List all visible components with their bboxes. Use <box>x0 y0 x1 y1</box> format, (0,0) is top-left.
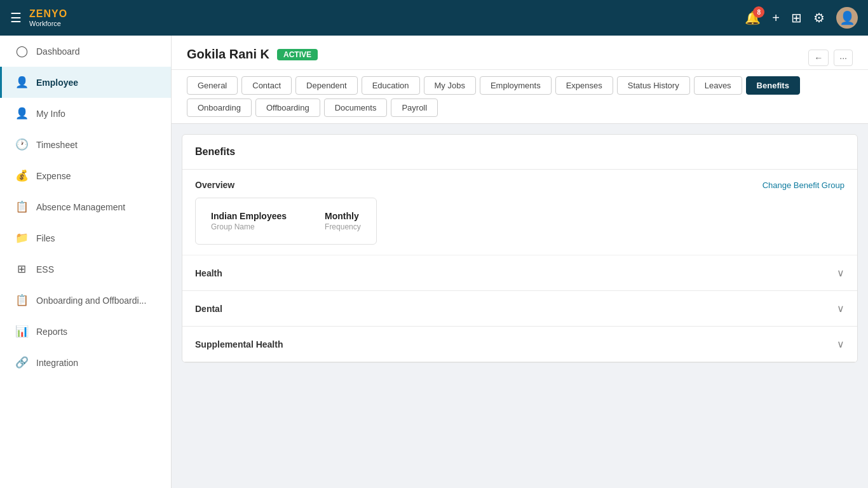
files-icon: 📁 <box>15 231 29 245</box>
notification-bell[interactable]: 🔔 8 <box>745 10 761 25</box>
tab-expenses[interactable]: Expenses <box>555 76 613 95</box>
reports-icon: 📊 <box>15 325 29 338</box>
sidebar-item-onboarding[interactable]: 📋 Onboarding and Offboardi... <box>0 285 171 316</box>
group-name-field: Indian Employees Group Name <box>211 211 287 231</box>
sidebar-item-expense[interactable]: 💰 Expense <box>0 160 171 191</box>
sidebar-label-dashboard: Dashboard <box>36 46 80 57</box>
expense-icon: 💰 <box>15 169 29 182</box>
tab-payroll[interactable]: Payroll <box>391 98 438 117</box>
topnav-right: 🔔 8 + ⊞ ⚙ 👤 <box>745 7 858 29</box>
supplemental-section-title: Supplemental Health <box>195 339 283 349</box>
overview-card: Indian Employees Group Name Monthly Freq… <box>195 198 377 245</box>
ess-icon: ⊞ <box>15 262 29 276</box>
logo-workforce-text: Workforce <box>29 20 67 27</box>
dashboard-icon: ◯ <box>15 44 29 58</box>
supplemental-section-header[interactable]: Supplemental Health ∨ <box>182 327 857 362</box>
health-chevron-icon: ∨ <box>837 267 844 279</box>
health-section-title: Health <box>195 268 222 278</box>
dental-section: Dental ∨ <box>182 291 857 327</box>
sidebar-label-onboarding: Onboarding and Offboardi... <box>36 295 146 306</box>
tab-offboarding[interactable]: Offboarding <box>255 98 320 117</box>
add-icon[interactable]: + <box>772 11 780 25</box>
dental-chevron-icon: ∨ <box>837 302 844 315</box>
frequency-value: Monthly <box>325 211 361 221</box>
hamburger-icon[interactable]: ☰ <box>10 10 22 25</box>
settings-icon[interactable]: ⚙ <box>813 10 825 25</box>
tab-education[interactable]: Education <box>362 76 420 95</box>
sidebar-label-reports: Reports <box>36 327 67 337</box>
top-navbar: ☰ ZENYO Workforce 🔔 8 + ⊞ ⚙ 👤 <box>0 0 868 36</box>
supplemental-chevron-icon: ∨ <box>837 338 844 350</box>
tabs-list: General Contact Dependent Education My J… <box>187 70 853 123</box>
timesheet-icon: 🕐 <box>15 138 29 151</box>
group-name-label: Group Name <box>211 222 287 231</box>
sidebar-label-myinfo: My Info <box>36 109 65 119</box>
sidebar-label-employee: Employee <box>36 78 78 88</box>
grid-icon[interactable]: ⊞ <box>791 10 802 25</box>
page-title: Gokila Rani K <box>187 47 269 62</box>
benefits-section: Benefits Overview Change Benefit Group I… <box>182 134 858 363</box>
absence-icon: 📋 <box>15 200 29 214</box>
sidebar-item-files[interactable]: 📁 Files <box>0 222 171 254</box>
sidebar-item-reports[interactable]: 📊 Reports <box>0 316 171 347</box>
employee-icon: 👤 <box>15 76 29 89</box>
tab-employments[interactable]: Employments <box>480 76 552 95</box>
sidebar-label-ess: ESS <box>36 264 54 274</box>
notification-count: 8 <box>753 6 764 18</box>
overview-section: Overview Change Benefit Group Indian Emp… <box>182 170 857 255</box>
sidebar-label-timesheet: Timesheet <box>36 140 78 150</box>
tab-documents[interactable]: Documents <box>324 98 388 117</box>
tab-onboarding[interactable]: Onboarding <box>187 98 252 117</box>
back-button[interactable]: ← <box>808 50 829 66</box>
more-options-button[interactable]: ··· <box>834 50 853 66</box>
page-title-row: Gokila Rani K ACTIVE <box>187 47 318 62</box>
tab-statushistory[interactable]: Status History <box>617 76 690 95</box>
tabs-container: General Contact Dependent Education My J… <box>172 70 868 124</box>
page-actions: ← ··· <box>808 50 853 66</box>
status-badge: ACTIVE <box>277 49 318 60</box>
tab-contact[interactable]: Contact <box>241 76 292 95</box>
content-area: Gokila Rani K ACTIVE ← ··· General Conta… <box>172 36 868 488</box>
sidebar-item-employee[interactable]: 👤 Employee <box>0 67 171 98</box>
dental-section-header[interactable]: Dental ∨ <box>182 291 857 326</box>
sidebar-item-timesheet[interactable]: 🕐 Timesheet <box>0 129 171 160</box>
logo-zenyo-text: ZENYO <box>29 8 67 20</box>
sidebar-item-integration[interactable]: 🔗 Integration <box>0 347 171 378</box>
supplemental-health-section: Supplemental Health ∨ <box>182 327 857 362</box>
change-benefit-group-link[interactable]: Change Benefit Group <box>763 180 844 190</box>
frequency-label: Frequency <box>325 222 361 231</box>
sidebar-label-absence: Absence Management <box>36 202 125 212</box>
tab-benefits[interactable]: Benefits <box>746 76 800 95</box>
sidebar-label-expense: Expense <box>36 171 71 181</box>
frequency-field: Monthly Frequency <box>325 211 361 231</box>
sidebar-label-integration: Integration <box>36 358 78 368</box>
health-section-header[interactable]: Health ∨ <box>182 255 857 290</box>
health-section: Health ∨ <box>182 255 857 291</box>
dental-section-title: Dental <box>195 304 222 314</box>
tab-general[interactable]: General <box>187 76 238 95</box>
sidebar: ◯ Dashboard 👤 Employee 👤 My Info 🕐 Times… <box>0 36 172 488</box>
tab-myjobs[interactable]: My Jobs <box>424 76 476 95</box>
myinfo-icon: 👤 <box>15 107 29 120</box>
sidebar-item-dashboard[interactable]: ◯ Dashboard <box>0 36 171 67</box>
sidebar-item-ess[interactable]: ⊞ ESS <box>0 254 171 285</box>
integration-icon: 🔗 <box>15 356 29 369</box>
onboarding-icon: 📋 <box>15 294 29 307</box>
overview-title-row: Overview Change Benefit Group <box>195 180 844 190</box>
logo: ZENYO Workforce <box>29 8 67 27</box>
sidebar-item-myinfo[interactable]: 👤 My Info <box>0 98 171 129</box>
overview-label: Overview <box>195 180 234 190</box>
benefits-section-header: Benefits <box>182 135 857 170</box>
group-name-value: Indian Employees <box>211 211 287 221</box>
sidebar-item-absence[interactable]: 📋 Absence Management <box>0 191 171 222</box>
tab-dependent[interactable]: Dependent <box>295 76 358 95</box>
tab-leaves[interactable]: Leaves <box>694 76 742 95</box>
page-header: Gokila Rani K ACTIVE ← ··· <box>172 36 868 70</box>
main-layout: ◯ Dashboard 👤 Employee 👤 My Info 🕐 Times… <box>0 36 868 488</box>
topnav-left: ☰ ZENYO Workforce <box>10 8 67 27</box>
sidebar-label-files: Files <box>36 233 55 243</box>
user-avatar[interactable]: 👤 <box>836 7 858 29</box>
